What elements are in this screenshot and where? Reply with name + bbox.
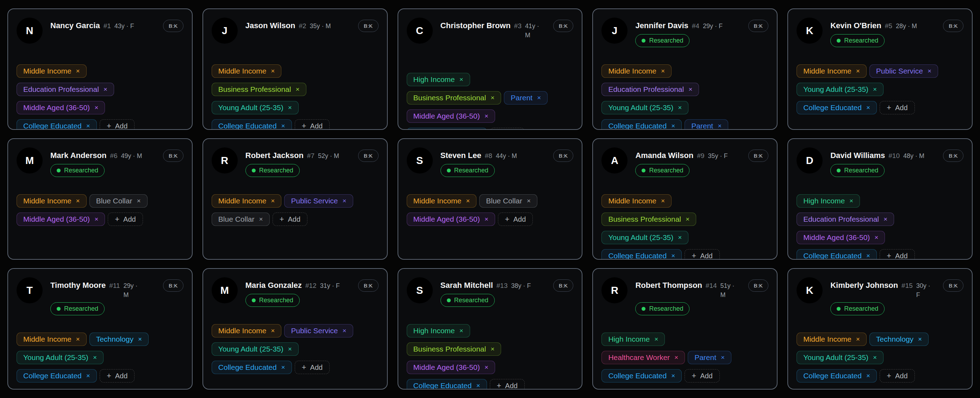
remove-tag-icon[interactable]: ×: [675, 354, 678, 362]
remove-tag-icon[interactable]: ×: [671, 252, 675, 260]
remove-tag-icon[interactable]: ×: [537, 94, 541, 102]
tag-row: Middle Income×Blue Collar×: [407, 194, 538, 208]
remove-tag-icon[interactable]: ×: [883, 216, 888, 223]
remove-tag-icon[interactable]: ×: [93, 354, 97, 362]
bk-badge[interactable]: B:K: [943, 20, 963, 32]
remove-tag-icon[interactable]: ×: [259, 216, 263, 223]
bk-badge[interactable]: B:K: [748, 149, 769, 162]
remove-tag-icon[interactable]: ×: [527, 197, 531, 205]
remove-tag-icon[interactable]: ×: [866, 252, 870, 260]
remove-tag-icon[interactable]: ×: [671, 372, 675, 380]
remove-tag-icon[interactable]: ×: [485, 216, 488, 223]
add-tag-button[interactable]: +Add: [880, 101, 915, 114]
bk-badge[interactable]: B:K: [163, 279, 183, 292]
add-tag-button[interactable]: +Add: [100, 369, 135, 382]
remove-tag-icon[interactable]: ×: [928, 67, 931, 75]
remove-tag-icon[interactable]: ×: [86, 122, 90, 130]
person-number: #14: [706, 281, 717, 291]
remove-tag-icon[interactable]: ×: [866, 104, 870, 111]
plus-icon: +: [887, 372, 891, 380]
bk-badge[interactable]: B:K: [553, 279, 574, 292]
remove-tag-icon[interactable]: ×: [459, 76, 463, 83]
add-tag-button[interactable]: +Add: [108, 212, 143, 226]
remove-tag-icon[interactable]: ×: [485, 363, 488, 371]
bk-badge[interactable]: B:K: [358, 149, 379, 162]
add-tag-button[interactable]: +Add: [272, 212, 307, 226]
remove-tag-icon[interactable]: ×: [689, 86, 692, 93]
remove-tag-icon[interactable]: ×: [671, 122, 675, 130]
bk-badge[interactable]: B:K: [748, 20, 769, 32]
remove-tag-icon[interactable]: ×: [271, 327, 275, 335]
remove-tag-icon[interactable]: ×: [94, 216, 98, 223]
remove-tag-icon[interactable]: ×: [288, 345, 292, 353]
remove-tag-icon[interactable]: ×: [271, 197, 275, 205]
remove-tag-icon[interactable]: ×: [654, 335, 658, 343]
add-tag-button[interactable]: +Add: [490, 379, 525, 390]
remove-tag-icon[interactable]: ×: [76, 197, 80, 205]
remove-tag-icon[interactable]: ×: [661, 67, 665, 75]
bk-badge[interactable]: B:K: [358, 279, 379, 292]
remove-tag-icon[interactable]: ×: [271, 67, 275, 75]
remove-tag-icon[interactable]: ×: [282, 122, 285, 130]
remove-tag-icon[interactable]: ×: [466, 197, 470, 205]
remove-tag-icon[interactable]: ×: [721, 354, 725, 362]
remove-tag-icon[interactable]: ×: [94, 104, 98, 111]
remove-tag-icon[interactable]: ×: [343, 197, 347, 205]
tag-row: Young Adult (25-35)×: [212, 101, 299, 114]
avatar: S: [407, 147, 433, 173]
avatar: K: [797, 17, 822, 44]
name-column: Maria Gonzalez#1231y · FResearched: [245, 277, 355, 308]
add-tag-button[interactable]: +Add: [498, 212, 533, 226]
remove-tag-icon[interactable]: ×: [343, 327, 347, 335]
add-tag-button[interactable]: +Add: [295, 119, 329, 130]
bk-badge[interactable]: B:K: [358, 20, 379, 32]
remove-tag-icon[interactable]: ×: [678, 234, 682, 241]
remove-tag-icon[interactable]: ×: [296, 86, 299, 93]
remove-tag-icon[interactable]: ×: [918, 335, 922, 343]
card-header: KKevin O'Brien#528y · MResearchedB:K: [797, 17, 963, 48]
remove-tag-icon[interactable]: ×: [856, 67, 860, 75]
add-tag-button[interactable]: +Add: [880, 249, 915, 260]
remove-tag-icon[interactable]: ×: [686, 216, 689, 223]
remove-tag-icon[interactable]: ×: [76, 335, 80, 343]
remove-tag-icon[interactable]: ×: [485, 112, 488, 120]
bk-badge[interactable]: B:K: [943, 149, 963, 162]
remove-tag-icon[interactable]: ×: [282, 363, 285, 371]
researched-dot-icon: [641, 168, 646, 173]
remove-tag-icon[interactable]: ×: [490, 94, 495, 102]
remove-tag-icon[interactable]: ×: [874, 234, 878, 241]
add-tag-button[interactable]: +Add: [295, 361, 329, 374]
add-tag-button[interactable]: +Add: [684, 369, 719, 382]
remove-tag-icon[interactable]: ×: [138, 335, 142, 343]
remove-tag-icon[interactable]: ×: [103, 86, 107, 93]
remove-tag-icon[interactable]: ×: [678, 104, 682, 111]
remove-tag-icon[interactable]: ×: [873, 354, 877, 362]
add-tag-button[interactable]: +Add: [880, 369, 915, 382]
remove-tag-icon[interactable]: ×: [856, 335, 860, 343]
remove-tag-icon[interactable]: ×: [76, 67, 80, 75]
remove-tag-icon[interactable]: ×: [850, 197, 853, 205]
remove-tag-icon[interactable]: ×: [873, 86, 877, 93]
remove-tag-icon[interactable]: ×: [866, 372, 870, 380]
bk-badge[interactable]: B:K: [553, 149, 574, 162]
bk-badge[interactable]: B:K: [748, 279, 769, 292]
remove-tag-icon[interactable]: ×: [490, 345, 495, 353]
bk-badge[interactable]: B:K: [943, 279, 963, 292]
bk-badge[interactable]: B:K: [163, 149, 183, 162]
avatar: J: [212, 17, 238, 44]
remove-tag-icon[interactable]: ×: [476, 382, 480, 390]
add-tag-button[interactable]: +Add: [490, 128, 525, 130]
tag-row: Blue Collar×+Add: [212, 212, 307, 226]
bk-badge[interactable]: B:K: [553, 20, 574, 32]
bk-badge[interactable]: B:K: [163, 20, 183, 32]
add-tag-button[interactable]: +Add: [684, 249, 719, 260]
remove-tag-icon[interactable]: ×: [137, 197, 140, 205]
remove-tag-icon[interactable]: ×: [459, 327, 463, 335]
tag-label: College Educated: [414, 381, 472, 390]
add-tag-button[interactable]: +Add: [100, 119, 135, 130]
remove-tag-icon[interactable]: ×: [661, 197, 665, 205]
remove-tag-icon[interactable]: ×: [288, 104, 292, 111]
remove-tag-icon[interactable]: ×: [718, 122, 722, 130]
tag-public-service: Public Service×: [284, 194, 353, 208]
remove-tag-icon[interactable]: ×: [86, 372, 90, 380]
